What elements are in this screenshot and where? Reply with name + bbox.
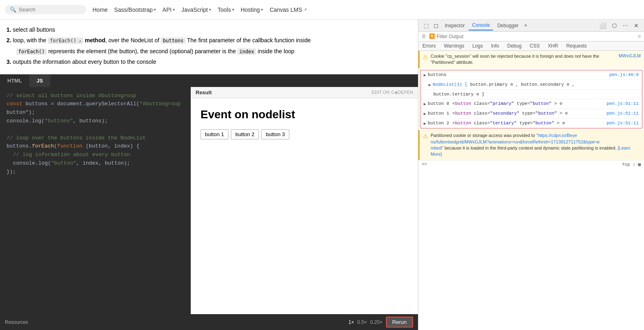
gear-icon-secondary[interactable]: ⚙	[566, 82, 569, 87]
devtools-dock-btn[interactable]: ⬜	[597, 21, 608, 30]
filter-trash-icon[interactable]: 🗑	[422, 33, 426, 39]
filter-tab-logs[interactable]: Logs	[468, 41, 487, 50]
zoom-025x[interactable]: 0.25×	[370, 319, 382, 325]
filter-tab-warnings[interactable]: Warnings	[440, 41, 468, 50]
search-bar[interactable]: 🔍	[5, 5, 86, 14]
tag-val-button2: "button"	[533, 121, 554, 126]
expand-arrow-btn2[interactable]: ▶	[424, 121, 426, 127]
cookie-warning-text: Cookie "cp_session" will soon be rejecte…	[431, 53, 616, 66]
filter-input[interactable]	[437, 34, 638, 39]
devtools-menu-btn[interactable]: ⋯	[620, 21, 630, 30]
console-entry-btn2: ▶ button 2 <button class="tertiary" type…	[420, 119, 642, 128]
devtools-filter-bar: 🗑 🔽 ⚙	[418, 32, 644, 41]
devtools-cursor-btn[interactable]: ⬚	[422, 21, 431, 30]
tab-debugger[interactable]: Debugger	[494, 21, 522, 30]
nav-item-sass[interactable]: Sass/Bootstrap ▾	[114, 7, 156, 13]
separator: ,	[516, 82, 521, 87]
expand-arrow-btn1[interactable]: ▶	[424, 111, 426, 117]
filter-tab-debug[interactable]: Debug	[503, 41, 526, 50]
tertiary-value: button.tertiary ⚙ ]	[433, 91, 639, 98]
console-filter-tabs: Errors Warnings Logs Info Debug CSS XHR …	[418, 41, 644, 51]
code-line: const buttons = document.querySelectorAl…	[6, 100, 184, 109]
console-scroll-top[interactable]: Top ↕ ▦	[622, 162, 641, 167]
tab-inspector[interactable]: Inspector	[442, 21, 468, 30]
devtools-more-icon[interactable]: »	[524, 23, 527, 28]
cookie-warning-link[interactable]: MWxGJLM	[619, 53, 641, 58]
tag-close0: >	[554, 101, 557, 106]
rerun-button[interactable]: Rerun	[386, 317, 413, 328]
search-input[interactable]	[19, 7, 80, 13]
devtools-top-bar: ⬚ ◻ Inspector Console Debugger » ⬜ ⬡ ⋯ ✕	[418, 20, 644, 32]
expand-arrow-nodelist[interactable]: ▶	[429, 82, 431, 88]
demo-button-3[interactable]: button 3	[261, 129, 289, 139]
demo-button-1[interactable]: button 1	[200, 129, 228, 139]
tag-close2: >	[557, 121, 560, 126]
filter-tab-xhr[interactable]: XHR	[544, 41, 562, 50]
partition-warn-text: Partitioned cookie or storage access was…	[431, 132, 641, 158]
index-code: index	[237, 48, 256, 55]
devtools-page-btn[interactable]: ◻	[432, 21, 441, 30]
nav-item-home[interactable]: Home	[93, 7, 108, 13]
demo-button-2[interactable]: button 2	[231, 129, 259, 139]
filter-tab-requests[interactable]: Requests	[562, 41, 591, 50]
devtools-split-btn[interactable]: ⬡	[610, 21, 619, 30]
tag-val-button0: "button"	[530, 101, 551, 106]
gear-icon-btn2[interactable]: ⚙	[562, 121, 565, 126]
code-line: console.log("buttons", buttons);	[6, 117, 184, 126]
filter-tab-css[interactable]: CSS	[526, 41, 544, 50]
codepen-brand: EDIT ON C◈DEPEN	[372, 90, 413, 95]
result-header: Result EDIT ON C◈DEPEN	[191, 87, 418, 98]
code-editor: // select all buttons inside #buttongrou…	[0, 87, 191, 314]
cookie-warning: ⚠ Cookie "cp_session" will soon be rejec…	[418, 51, 644, 68]
console-link-pen-buttons[interactable]: pen.js:46:9	[609, 72, 639, 78]
gear-icon-btn1[interactable]: ⚙	[565, 111, 568, 116]
foreach-code: forEach()	[16, 48, 47, 55]
btn-primary-text: button.primary	[470, 82, 510, 87]
code-line: });	[6, 168, 184, 176]
tab-console[interactable]: Console	[469, 21, 493, 30]
nav-item-canvas[interactable]: Canvas LMS ↗	[269, 7, 306, 13]
expand-arrow-btn0[interactable]: ▶	[424, 101, 426, 107]
code-line: // select all buttons inside #buttongrou…	[6, 92, 184, 100]
partition-warning: ⚠ Partitioned cookie or storage access w…	[418, 130, 644, 160]
console-link-btn0[interactable]: pen.js:51:11	[607, 100, 639, 107]
console-link-btn2[interactable]: pen.js:51:11	[607, 120, 639, 127]
nav-item-api[interactable]: API ▾	[162, 7, 175, 13]
foreach-link[interactable]: forEach()	[48, 37, 83, 44]
gear-icon-btn0[interactable]: ⚙	[560, 101, 562, 106]
tag-val-button1: "button"	[536, 111, 557, 116]
code-line: buttons.forEach(function (button, index)…	[6, 142, 184, 151]
console-link-btn1[interactable]: pen.js:51:11	[607, 110, 639, 117]
tag-val-secondary: "secondary"	[490, 111, 519, 116]
console-value-btn2: <button class="tertiary" type="button" >…	[452, 120, 605, 127]
nav-item-hosting[interactable]: Hosting ▾	[241, 7, 263, 13]
chevron-down-icon: ▾	[173, 7, 175, 12]
zoom-05x[interactable]: 0.5×	[358, 319, 367, 325]
attr-class1: class=	[474, 111, 490, 116]
learn-more-link[interactable]: [Learn More]	[431, 145, 631, 156]
gear-icon-tertiary[interactable]: ⚙	[476, 92, 479, 97]
partition-warn-url-link[interactable]: "https://cdpn.io/Beyens/fullembedgrid/MW…	[431, 133, 600, 150]
filter-tab-info[interactable]: Info	[487, 41, 503, 50]
filter-settings-icon[interactable]: ⚙	[638, 33, 641, 39]
code-line: console.log("button", index, button);	[6, 159, 184, 168]
expand-arrow[interactable]: ▶	[424, 72, 426, 78]
console-label-btn2: button 2	[428, 120, 449, 127]
warning-icon: ⚠	[423, 54, 428, 60]
bottom-right: 1× 0.5× 0.25× Rerun	[349, 317, 413, 328]
edit-on-label: EDIT ON	[372, 90, 390, 95]
filter-icon: 🔽	[429, 33, 435, 39]
nav-item-tools[interactable]: Tools ▾	[218, 7, 234, 13]
demo-title: Event on nodelist	[200, 108, 408, 121]
nav-item-javascript[interactable]: JavaScript ▾	[181, 7, 211, 13]
gear-icon-primary[interactable]: ⚙	[510, 82, 513, 87]
devtools-close-btn[interactable]: ✕	[632, 21, 641, 30]
filter-tab-errors[interactable]: Errors	[418, 41, 440, 50]
tab-js[interactable]: JS	[29, 74, 50, 87]
console-entry-nodelist: ▶ NodeList(3) [ button.primary ⚙ , butto…	[420, 80, 642, 90]
code-result-split: // select all buttons inside #buttongrou…	[0, 87, 418, 314]
zoom-1x[interactable]: 1×	[349, 319, 354, 325]
console-prompt[interactable]: >>	[422, 162, 427, 167]
resources-btn[interactable]: Resources	[5, 319, 28, 325]
tab-html[interactable]: HTML	[0, 74, 29, 87]
